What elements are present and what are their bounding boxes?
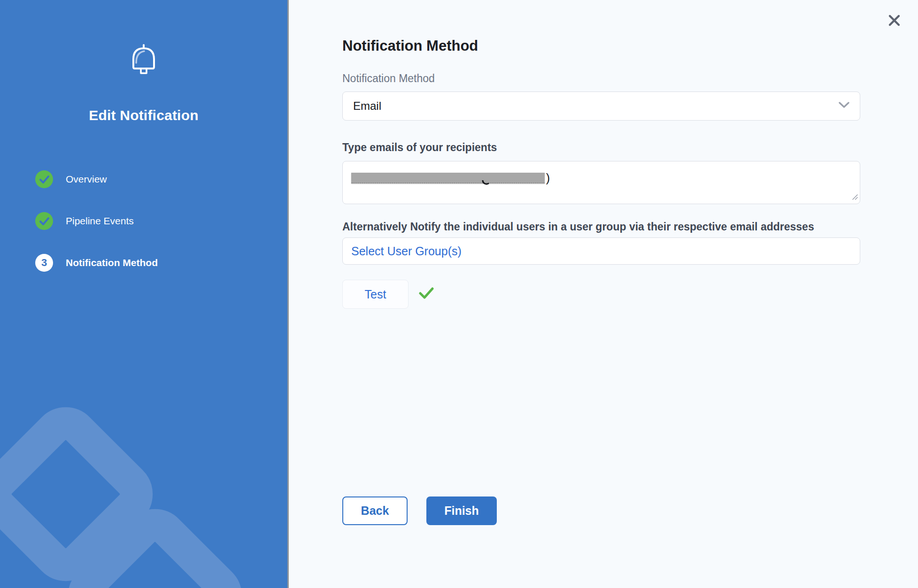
redacted-email-value: ) — [351, 173, 545, 183]
check-circle-icon — [35, 170, 53, 188]
select-user-groups-label: Select User Group(s) — [351, 244, 462, 258]
redacted-visible-character: ) — [546, 171, 550, 185]
notification-method-select[interactable]: Email — [342, 92, 860, 121]
success-check-icon — [419, 287, 434, 301]
resize-handle[interactable] — [851, 193, 858, 202]
wizard-footer: Back Finish — [342, 496, 860, 525]
recipients-label: Type emails of your recipients — [342, 141, 860, 154]
select-value: Email — [353, 99, 839, 113]
step-number-badge: 3 — [35, 254, 53, 272]
step-number: 3 — [35, 254, 53, 272]
close-icon — [888, 14, 901, 28]
check-circle-icon — [35, 212, 53, 230]
method-label: Notification Method — [342, 72, 860, 85]
recipients-textarea[interactable]: ) — [342, 161, 860, 204]
test-row: Test — [342, 280, 860, 309]
bell-icon — [128, 44, 159, 81]
sidebar-header: Edit Notification — [0, 0, 287, 123]
edit-notification-modal: Edit Notification Overview — [0, 0, 918, 588]
sidebar: Edit Notification Overview — [0, 0, 289, 588]
sidebar-title: Edit Notification — [89, 107, 198, 123]
page-title: Notification Method — [342, 0, 860, 54]
wizard-steps: Overview Pipeline Events 3 Notification … — [0, 170, 287, 272]
step-notification-method[interactable]: 3 Notification Method — [35, 254, 287, 272]
step-pipeline-events[interactable]: Pipeline Events — [35, 212, 287, 230]
step-label: Overview — [66, 174, 107, 185]
notification-method-panel: Notification Method Notification Method … — [289, 0, 918, 588]
close-button[interactable] — [886, 13, 902, 29]
finish-button[interactable]: Finish — [426, 496, 497, 525]
test-button[interactable]: Test — [342, 280, 409, 309]
back-button[interactable]: Back — [342, 496, 408, 525]
user-group-hint: Alternatively Notify the individual user… — [342, 221, 860, 233]
redacted-glyph-fragment — [482, 179, 489, 188]
chevron-down-icon — [839, 102, 849, 110]
select-user-groups-button[interactable]: Select User Group(s) — [342, 237, 860, 265]
step-overview[interactable]: Overview — [35, 170, 287, 188]
step-label: Notification Method — [66, 257, 158, 268]
step-label: Pipeline Events — [66, 215, 134, 227]
